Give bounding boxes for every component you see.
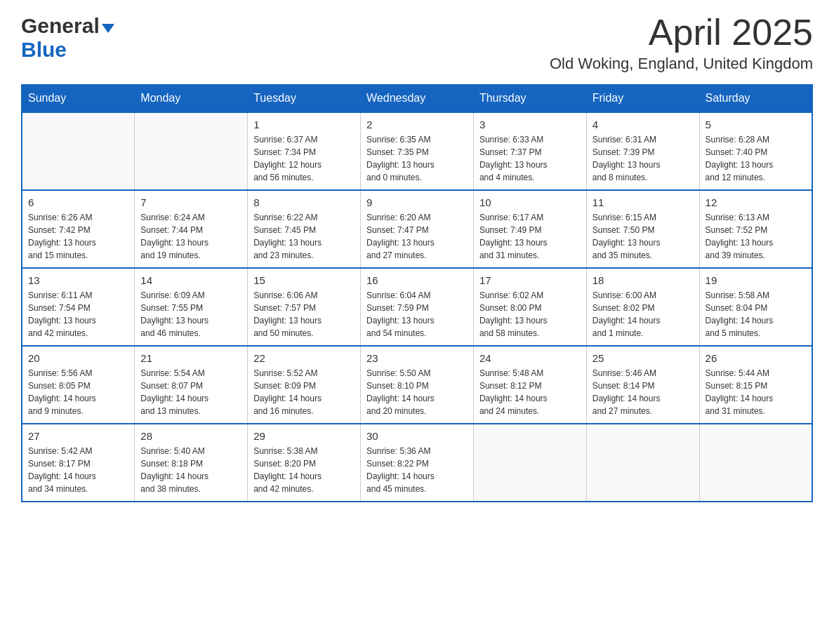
page-header: General Blue April 2025 Old Woking, Engl… xyxy=(21,14,813,73)
week-row-5: 27Sunrise: 5:42 AM Sunset: 8:17 PM Dayli… xyxy=(22,424,812,502)
day-info: Sunrise: 6:35 AM Sunset: 7:35 PM Dayligh… xyxy=(366,133,468,184)
day-number: 15 xyxy=(253,274,355,286)
day-cell: 3Sunrise: 6:33 AM Sunset: 7:37 PM Daylig… xyxy=(473,112,586,190)
day-info: Sunrise: 6:13 AM Sunset: 7:52 PM Dayligh… xyxy=(706,211,806,262)
day-cell: 26Sunrise: 5:44 AM Sunset: 8:15 PM Dayli… xyxy=(699,346,812,424)
col-header-tuesday: Tuesday xyxy=(248,85,361,113)
day-cell xyxy=(135,112,248,190)
day-number: 9 xyxy=(366,196,468,208)
day-info: Sunrise: 5:56 AM Sunset: 8:05 PM Dayligh… xyxy=(28,367,128,417)
day-info: Sunrise: 5:36 AM Sunset: 8:22 PM Dayligh… xyxy=(366,445,468,495)
day-info: Sunrise: 6:24 AM Sunset: 7:44 PM Dayligh… xyxy=(140,211,241,262)
day-info: Sunrise: 5:50 AM Sunset: 8:10 PM Dayligh… xyxy=(366,367,468,417)
day-number: 27 xyxy=(28,430,128,442)
day-number: 28 xyxy=(140,430,241,442)
day-info: Sunrise: 5:38 AM Sunset: 8:20 PM Dayligh… xyxy=(253,445,355,495)
location: Old Woking, England, United Kingdom xyxy=(550,55,813,73)
day-cell: 1Sunrise: 6:37 AM Sunset: 7:34 PM Daylig… xyxy=(248,112,361,190)
day-cell: 17Sunrise: 6:02 AM Sunset: 8:00 PM Dayli… xyxy=(473,268,586,346)
day-cell: 13Sunrise: 6:11 AM Sunset: 7:54 PM Dayli… xyxy=(22,268,135,346)
day-cell: 14Sunrise: 6:09 AM Sunset: 7:55 PM Dayli… xyxy=(135,268,248,346)
day-cell: 22Sunrise: 5:52 AM Sunset: 8:09 PM Dayli… xyxy=(248,346,361,424)
day-number: 21 xyxy=(140,352,241,364)
day-number: 11 xyxy=(593,196,694,208)
day-cell: 20Sunrise: 5:56 AM Sunset: 8:05 PM Dayli… xyxy=(22,346,135,424)
day-info: Sunrise: 6:17 AM Sunset: 7:49 PM Dayligh… xyxy=(479,211,581,262)
col-header-sunday: Sunday xyxy=(22,85,135,113)
day-number: 6 xyxy=(28,196,128,208)
day-number: 29 xyxy=(253,430,355,442)
day-cell: 19Sunrise: 5:58 AM Sunset: 8:04 PM Dayli… xyxy=(699,268,812,346)
week-row-1: 1Sunrise: 6:37 AM Sunset: 7:34 PM Daylig… xyxy=(22,112,812,190)
day-info: Sunrise: 5:40 AM Sunset: 8:18 PM Dayligh… xyxy=(140,445,241,495)
day-info: Sunrise: 6:22 AM Sunset: 7:45 PM Dayligh… xyxy=(253,211,355,262)
day-number: 5 xyxy=(706,119,806,130)
day-number: 8 xyxy=(253,196,355,208)
day-info: Sunrise: 6:09 AM Sunset: 7:55 PM Dayligh… xyxy=(140,289,241,340)
day-info: Sunrise: 6:11 AM Sunset: 7:54 PM Dayligh… xyxy=(28,289,128,340)
day-cell: 21Sunrise: 5:54 AM Sunset: 8:07 PM Dayli… xyxy=(135,346,248,424)
day-number: 10 xyxy=(479,196,581,208)
day-cell: 23Sunrise: 5:50 AM Sunset: 8:10 PM Dayli… xyxy=(361,346,474,424)
day-cell: 28Sunrise: 5:40 AM Sunset: 8:18 PM Dayli… xyxy=(135,424,248,502)
day-cell: 15Sunrise: 6:06 AM Sunset: 7:57 PM Dayli… xyxy=(248,268,361,346)
day-info: Sunrise: 6:31 AM Sunset: 7:39 PM Dayligh… xyxy=(593,133,694,184)
day-number: 17 xyxy=(479,274,581,286)
day-number: 4 xyxy=(593,119,694,130)
day-cell: 7Sunrise: 6:24 AM Sunset: 7:44 PM Daylig… xyxy=(135,190,248,268)
day-number: 30 xyxy=(366,430,468,442)
day-info: Sunrise: 6:02 AM Sunset: 8:00 PM Dayligh… xyxy=(479,289,581,340)
day-info: Sunrise: 5:54 AM Sunset: 8:07 PM Dayligh… xyxy=(140,367,241,417)
logo: General Blue xyxy=(21,14,114,62)
day-cell: 27Sunrise: 5:42 AM Sunset: 8:17 PM Dayli… xyxy=(22,424,135,502)
day-cell: 5Sunrise: 6:28 AM Sunset: 7:40 PM Daylig… xyxy=(699,112,812,190)
day-cell: 24Sunrise: 5:48 AM Sunset: 8:12 PM Dayli… xyxy=(473,346,586,424)
day-info: Sunrise: 6:15 AM Sunset: 7:50 PM Dayligh… xyxy=(593,211,694,262)
day-number: 13 xyxy=(28,274,128,286)
day-info: Sunrise: 6:20 AM Sunset: 7:47 PM Dayligh… xyxy=(366,211,468,262)
day-number: 24 xyxy=(479,352,581,364)
day-info: Sunrise: 5:42 AM Sunset: 8:17 PM Dayligh… xyxy=(28,445,128,495)
day-info: Sunrise: 6:04 AM Sunset: 7:59 PM Dayligh… xyxy=(366,289,468,340)
day-number: 12 xyxy=(706,196,806,208)
calendar-table: SundayMondayTuesdayWednesdayThursdayFrid… xyxy=(21,84,813,502)
calendar-header-row: SundayMondayTuesdayWednesdayThursdayFrid… xyxy=(22,85,812,113)
day-cell: 4Sunrise: 6:31 AM Sunset: 7:39 PM Daylig… xyxy=(586,112,699,190)
day-number: 23 xyxy=(366,352,468,364)
day-number: 18 xyxy=(593,274,694,286)
day-info: Sunrise: 6:37 AM Sunset: 7:34 PM Dayligh… xyxy=(253,133,355,184)
day-cell: 30Sunrise: 5:36 AM Sunset: 8:22 PM Dayli… xyxy=(361,424,474,502)
day-number: 7 xyxy=(140,196,241,208)
logo-general: General xyxy=(21,14,100,38)
day-cell xyxy=(586,424,699,502)
day-number: 19 xyxy=(706,274,806,286)
day-number: 25 xyxy=(593,352,694,364)
day-cell: 8Sunrise: 6:22 AM Sunset: 7:45 PM Daylig… xyxy=(248,190,361,268)
col-header-monday: Monday xyxy=(135,85,248,113)
day-info: Sunrise: 5:46 AM Sunset: 8:14 PM Dayligh… xyxy=(593,367,694,417)
day-cell: 9Sunrise: 6:20 AM Sunset: 7:47 PM Daylig… xyxy=(361,190,474,268)
month-title: April 2025 xyxy=(550,14,813,51)
col-header-thursday: Thursday xyxy=(473,85,586,113)
day-info: Sunrise: 6:00 AM Sunset: 8:02 PM Dayligh… xyxy=(593,289,694,340)
logo-blue: Blue xyxy=(21,38,67,62)
week-row-2: 6Sunrise: 6:26 AM Sunset: 7:42 PM Daylig… xyxy=(22,190,812,268)
day-cell: 29Sunrise: 5:38 AM Sunset: 8:20 PM Dayli… xyxy=(248,424,361,502)
col-header-wednesday: Wednesday xyxy=(361,85,474,113)
day-info: Sunrise: 5:52 AM Sunset: 8:09 PM Dayligh… xyxy=(253,367,355,417)
day-cell: 6Sunrise: 6:26 AM Sunset: 7:42 PM Daylig… xyxy=(22,190,135,268)
day-info: Sunrise: 6:33 AM Sunset: 7:37 PM Dayligh… xyxy=(479,133,581,184)
day-cell: 16Sunrise: 6:04 AM Sunset: 7:59 PM Dayli… xyxy=(361,268,474,346)
day-info: Sunrise: 6:28 AM Sunset: 7:40 PM Dayligh… xyxy=(706,133,806,184)
day-info: Sunrise: 5:44 AM Sunset: 8:15 PM Dayligh… xyxy=(706,367,806,417)
day-cell xyxy=(473,424,586,502)
day-cell: 25Sunrise: 5:46 AM Sunset: 8:14 PM Dayli… xyxy=(586,346,699,424)
day-info: Sunrise: 6:06 AM Sunset: 7:57 PM Dayligh… xyxy=(253,289,355,340)
day-number: 3 xyxy=(479,119,581,130)
day-number: 14 xyxy=(140,274,241,286)
day-number: 26 xyxy=(706,352,806,364)
day-cell: 12Sunrise: 6:13 AM Sunset: 7:52 PM Dayli… xyxy=(699,190,812,268)
col-header-saturday: Saturday xyxy=(699,85,812,113)
day-cell: 11Sunrise: 6:15 AM Sunset: 7:50 PM Dayli… xyxy=(586,190,699,268)
day-number: 16 xyxy=(366,274,468,286)
